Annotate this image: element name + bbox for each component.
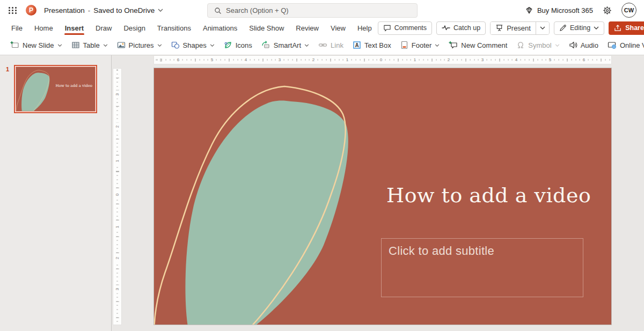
present-dropdown[interactable]: [536, 22, 549, 34]
tab-draw[interactable]: Draw: [90, 20, 118, 35]
pencil-icon: [559, 24, 567, 32]
tab-slide-show[interactable]: Slide Show: [243, 20, 290, 35]
catch-up-button[interactable]: Catch up: [436, 21, 486, 35]
vertical-ruler: 3210123: [113, 69, 121, 325]
editor-canvas: 6543210123456 3210123 How to add a video…: [112, 55, 644, 331]
symbol-omega-icon: [516, 41, 525, 49]
avatar-initials: CW: [624, 7, 634, 13]
menu-tabs: File Home Insert Draw Design Transitions…: [5, 20, 378, 35]
table-icon: [71, 41, 80, 49]
powerpoint-logo-icon[interactable]: P: [26, 5, 36, 16]
chevron-down-icon: [57, 44, 62, 47]
saved-status[interactable]: Saved to OneDrive: [93, 6, 155, 14]
new-comment-icon: [449, 41, 458, 49]
search-placeholder: Search (Option + Q): [226, 6, 289, 14]
app-launcher-icon[interactable]: [8, 6, 18, 15]
slide-thumbnail-1[interactable]: How to add a video: [14, 65, 97, 113]
ribbon-new-slide[interactable]: New Slide: [6, 39, 66, 52]
horizontal-ruler: 6543210123456: [154, 56, 611, 64]
subtitle-placeholder-text: Click to add subtitle: [389, 244, 494, 258]
tab-design[interactable]: Design: [118, 20, 151, 35]
ribbon-audio[interactable]: Audio: [565, 39, 602, 52]
ribbon-smartart[interactable]: SmartArt: [258, 39, 313, 52]
footer-icon: [400, 41, 408, 49]
account-avatar[interactable]: CW: [621, 3, 636, 18]
search-input[interactable]: Search (Option + Q): [207, 3, 418, 18]
settings-gear-icon[interactable]: [603, 6, 612, 15]
title-separator: -: [88, 6, 91, 14]
chevron-down-icon: [157, 44, 162, 47]
ribbon-online-video[interactable]: Online Video: [604, 39, 644, 52]
icons-icon: [224, 41, 232, 49]
slide-title[interactable]: How to add a video: [386, 183, 591, 207]
pictures-icon: [117, 41, 126, 49]
chevron-down-icon: [210, 44, 215, 47]
tab-insert[interactable]: Insert: [59, 20, 90, 35]
workspace: 1 How to add a video 6543210123456 32101…: [0, 55, 644, 331]
chevron-down-icon: [103, 44, 108, 47]
diamond-icon: [525, 6, 533, 14]
chevron-down-icon: [540, 26, 545, 30]
editing-mode-button[interactable]: Editing: [554, 21, 604, 35]
tab-review[interactable]: Review: [290, 20, 325, 35]
ribbon-symbol: Symbol: [513, 39, 563, 52]
thumbnail-title-text: How to add a video: [56, 84, 93, 88]
ribbon-new-comment[interactable]: New Comment: [445, 39, 511, 52]
pulse-icon: [442, 25, 450, 31]
tab-home[interactable]: Home: [28, 20, 59, 35]
powerpoint-app: P Presentation - Saved to OneDrive Searc…: [0, 0, 644, 331]
audio-icon: [569, 41, 577, 49]
chevron-down-icon: [594, 26, 599, 30]
ribbon-icons[interactable]: Icons: [220, 39, 256, 52]
tab-animations[interactable]: Animations: [197, 20, 243, 35]
document-title[interactable]: Presentation: [44, 6, 85, 14]
ribbon-table[interactable]: Table: [68, 39, 112, 52]
ribbon-footer[interactable]: Footer: [397, 39, 444, 52]
ribbon-shapes[interactable]: Shapes: [167, 39, 218, 52]
subtitle-placeholder[interactable]: Click to add subtitle: [381, 238, 583, 297]
buy-microsoft-365-button[interactable]: Buy Microsoft 365: [525, 6, 593, 14]
text-box-icon: A: [353, 41, 361, 49]
present-button[interactable]: Present: [491, 22, 536, 34]
comment-icon: [383, 24, 391, 32]
shapes-icon: [171, 41, 180, 49]
slide-number: 1: [6, 66, 9, 72]
ribbon-text-box[interactable]: A Text Box: [349, 39, 395, 52]
comments-button[interactable]: Comments: [378, 21, 432, 35]
chevron-down-icon: [158, 9, 163, 12]
tab-help[interactable]: Help: [352, 20, 378, 35]
menubar: File Home Insert Draw Design Transitions…: [0, 20, 644, 35]
search-icon: [214, 7, 222, 14]
slide-thumbnail-preview: How to add a video: [16, 67, 95, 111]
slide-canvas[interactable]: How to add a video Click to add subtitle: [154, 68, 611, 325]
topbar: P Presentation - Saved to OneDrive Searc…: [0, 0, 644, 20]
chevron-down-icon: [304, 44, 309, 47]
tab-view[interactable]: View: [325, 20, 352, 35]
chevron-down-icon: [435, 44, 440, 47]
present-split-button: Present: [490, 21, 550, 35]
buy-label: Buy Microsoft 365: [537, 6, 593, 14]
tab-transitions[interactable]: Transitions: [151, 20, 197, 35]
slide-thumbnail-panel: 1 How to add a video: [0, 55, 112, 331]
ribbon-pictures[interactable]: Pictures: [113, 39, 166, 52]
share-button[interactable]: Share: [609, 21, 644, 35]
svg-text:A: A: [355, 42, 358, 48]
ribbon-link: Link: [314, 39, 347, 52]
new-slide-icon: [10, 41, 19, 49]
share-icon: [614, 24, 622, 32]
online-video-icon: [608, 41, 617, 49]
document-title-group[interactable]: Presentation - Saved to OneDrive: [44, 6, 163, 14]
ribbon: New Slide Table Pictures Shapes Icons Sm…: [0, 35, 644, 55]
chevron-down-icon: [555, 44, 560, 47]
link-icon: [318, 41, 327, 49]
present-icon: [495, 24, 503, 32]
tab-file[interactable]: File: [5, 20, 28, 35]
smartart-icon: [261, 41, 270, 49]
